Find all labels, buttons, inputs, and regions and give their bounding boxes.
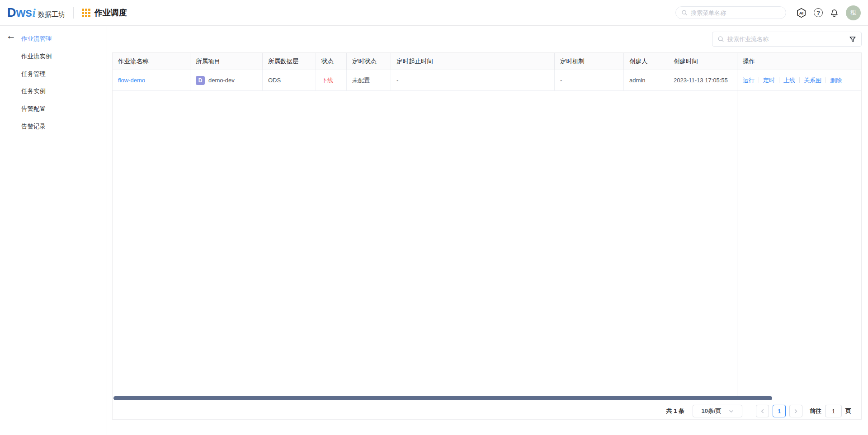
logo-product-name: 数据工坊 bbox=[38, 10, 65, 19]
action-schedule-link[interactable]: 定时 bbox=[763, 76, 775, 85]
sidebar-item-alert-records[interactable]: 告警记录 bbox=[21, 118, 52, 135]
svg-text:AI: AI bbox=[799, 11, 803, 15]
sidebar-item-alert-config[interactable]: 告警配置 bbox=[21, 100, 52, 118]
goto-page-input[interactable] bbox=[825, 405, 842, 417]
creator-cell: admin bbox=[624, 70, 668, 90]
column-header-creator: 创建人 bbox=[624, 53, 668, 70]
current-page-button[interactable]: 1 bbox=[773, 405, 786, 417]
help-icon[interactable]: ? bbox=[814, 8, 823, 17]
workflow-search-box[interactable] bbox=[712, 32, 862, 47]
search-icon bbox=[717, 36, 724, 43]
workflow-search-input[interactable] bbox=[727, 36, 846, 43]
page-title: 作业调度 bbox=[94, 7, 127, 18]
fixed-column-divider bbox=[737, 53, 737, 400]
project-badge: D bbox=[196, 76, 205, 85]
action-delete-link[interactable]: 删除 bbox=[830, 76, 842, 85]
action-separator bbox=[759, 77, 759, 83]
search-icon bbox=[681, 9, 688, 16]
menu-search-box[interactable] bbox=[675, 6, 786, 19]
column-header-status: 状态 bbox=[316, 53, 347, 70]
column-header-actions: 操作 bbox=[737, 53, 861, 70]
status-badge: 下线 bbox=[321, 76, 333, 85]
sidebar-item-task-instances[interactable]: 任务实例 bbox=[21, 83, 52, 100]
next-page-button[interactable] bbox=[789, 405, 802, 417]
column-header-data-layer: 所属数据层 bbox=[263, 53, 316, 70]
header-divider bbox=[73, 7, 74, 19]
project-name: demo-dev bbox=[208, 77, 235, 84]
action-online-link[interactable]: 上线 bbox=[783, 76, 795, 85]
workflow-name-link[interactable]: flow-demo bbox=[118, 77, 145, 84]
column-header-created-at: 创建时间 bbox=[668, 53, 737, 70]
chevron-down-icon bbox=[729, 409, 734, 414]
prev-page-button[interactable] bbox=[756, 405, 769, 417]
action-separator bbox=[779, 77, 779, 83]
column-header-schedule-status: 定时状态 bbox=[347, 53, 391, 70]
logo-letter-d: D bbox=[7, 7, 16, 19]
schedule-range-cell: - bbox=[391, 70, 555, 90]
column-header-workflow-name: 作业流名称 bbox=[113, 53, 190, 70]
goto-label: 前往 bbox=[810, 407, 821, 415]
column-header-schedule-range: 定时起止时间 bbox=[391, 53, 555, 70]
sidebar-item-workflow-management[interactable]: 作业流管理 bbox=[21, 30, 52, 48]
logo-letter-i: i bbox=[33, 7, 36, 19]
sidebar: ← 作业流管理 作业流实例 任务管理 任务实例 告警配置 告警记录 bbox=[0, 26, 107, 435]
brand-logo[interactable]: Dwsi 数据工坊 bbox=[7, 7, 65, 19]
avatar-text: 租 bbox=[850, 9, 856, 17]
page-size-value: 10条/页 bbox=[701, 407, 721, 415]
filter-funnel-icon[interactable] bbox=[849, 36, 856, 43]
action-run-link[interactable]: 运行 bbox=[743, 76, 755, 85]
sidebar-back-icon[interactable]: ← bbox=[6, 31, 16, 40]
app-grid-icon[interactable] bbox=[82, 9, 90, 17]
column-header-schedule-mechanism: 定时机制 bbox=[555, 53, 624, 70]
schedule-status-cell: 未配置 bbox=[347, 70, 391, 90]
action-separator bbox=[799, 77, 800, 83]
chevron-left-icon bbox=[760, 409, 765, 414]
goto-suffix: 页 bbox=[845, 407, 851, 415]
chevron-right-icon bbox=[793, 409, 798, 414]
data-layer-cell: ODS bbox=[263, 70, 316, 90]
ai-assistant-icon[interactable]: AI bbox=[796, 7, 807, 19]
row-actions: 运行 定时 上线 关系图 删除 bbox=[743, 76, 842, 85]
sidebar-item-task-management[interactable]: 任务管理 bbox=[21, 65, 52, 83]
sidebar-menu: 作业流管理 作业流实例 任务管理 任务实例 告警配置 告警记录 bbox=[21, 30, 52, 135]
top-header: Dwsi 数据工坊 作业调度 AI ? bbox=[0, 0, 868, 26]
user-avatar[interactable]: 租 bbox=[846, 5, 861, 20]
menu-search-input[interactable] bbox=[691, 9, 780, 16]
column-header-project: 所属项目 bbox=[190, 53, 263, 70]
schedule-mechanism-cell: - bbox=[555, 70, 624, 90]
table-header-row: 作业流名称 所属项目 所属数据层 状态 定时状态 定时起止时间 定时机制 创建人… bbox=[113, 53, 861, 70]
pagination-total: 共 1 条 bbox=[666, 407, 684, 415]
table-row: flow-demo D demo-dev ODS 下线 未配置 - - admi… bbox=[113, 70, 861, 91]
app-root: Dwsi 数据工坊 作业调度 AI ? bbox=[0, 0, 868, 435]
workflow-table-card: 作业流名称 所属项目 所属数据层 状态 定时状态 定时起止时间 定时机制 创建人… bbox=[112, 52, 862, 420]
created-at-cell: 2023-11-13 17:05:55 bbox=[668, 70, 737, 90]
action-separator bbox=[826, 77, 826, 83]
page-size-select[interactable]: 10条/页 bbox=[693, 405, 742, 417]
sidebar-item-workflow-instances[interactable]: 作业流实例 bbox=[21, 48, 52, 66]
action-relation-graph-link[interactable]: 关系图 bbox=[804, 76, 821, 85]
pagination: 共 1 条 10条/页 1 前往 页 bbox=[666, 403, 851, 419]
logo-letters-ws: ws bbox=[16, 7, 32, 19]
notification-bell-icon[interactable] bbox=[830, 8, 839, 18]
horizontal-scrollbar[interactable] bbox=[113, 396, 772, 400]
